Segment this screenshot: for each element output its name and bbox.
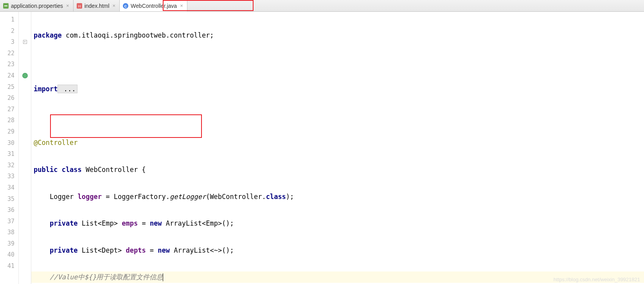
properties-icon: [3, 3, 9, 9]
code-line: [31, 110, 644, 122]
line-number: 22: [0, 48, 18, 59]
line-number: 28: [0, 115, 18, 126]
import-fold[interactable]: ...: [58, 85, 77, 93]
line-number: 2: [0, 25, 18, 37]
line-number: 39: [0, 238, 18, 250]
svg-text:H: H: [78, 4, 81, 8]
close-icon[interactable]: ×: [179, 3, 184, 9]
gutter-icons: +: [19, 12, 31, 284]
line-number: 34: [0, 182, 18, 194]
line-number: 26: [0, 92, 18, 104]
editor-tabs: application.properties × H index.html × …: [0, 0, 644, 12]
line-number: 27: [0, 104, 18, 115]
code-editor[interactable]: 1 2 3 22 23 24 25 26 27 28 29 30 31 32 3…: [0, 12, 644, 284]
code-line-current: //Value中${}用于读取配置文件信息: [31, 271, 644, 283]
code-line: public class WebController {: [31, 164, 644, 175]
html-icon: H: [77, 3, 82, 9]
line-number: 24: [0, 70, 18, 81]
tab-webcontroller-java[interactable]: C WebController.java ×: [120, 0, 187, 11]
code-line: package com.itlaoqi.springbootweb.contro…: [31, 30, 644, 41]
watermark: https://blog.csdn.net/weixin_39921821: [554, 277, 640, 282]
code-line: @Controller: [31, 137, 644, 148]
line-number: 32: [0, 160, 18, 171]
code-line: [31, 57, 644, 68]
line-number: 37: [0, 216, 18, 227]
line-number: 38: [0, 227, 18, 238]
fold-expand-icon[interactable]: +: [23, 40, 27, 44]
tab-application-properties[interactable]: application.properties ×: [0, 0, 74, 11]
line-number: 1: [0, 14, 18, 25]
line-number: 31: [0, 148, 18, 160]
svg-text:C: C: [124, 4, 127, 8]
line-number-gutter: 1 2 3 22 23 24 25 26 27 28 29 30 31 32 3…: [0, 12, 19, 284]
line-number: 33: [0, 171, 18, 182]
code-line: Logger logger = LoggerFactory.getLogger(…: [31, 191, 644, 203]
tab-index-html[interactable]: H index.html ×: [74, 0, 120, 11]
line-number: 35: [0, 194, 18, 205]
line-number: 41: [0, 260, 18, 272]
line-number: 30: [0, 137, 18, 149]
tab-label: application.properties: [11, 3, 63, 9]
line-number: 40: [0, 249, 18, 260]
controller-gutter-icon[interactable]: [22, 73, 28, 78]
close-icon[interactable]: ×: [112, 3, 117, 9]
line-number: 36: [0, 204, 18, 216]
code-line: import ...: [31, 83, 644, 95]
line-number: 25: [0, 81, 18, 93]
java-class-icon: C: [123, 3, 128, 9]
svg-rect-1: [4, 5, 7, 6]
tab-label: WebController.java: [131, 3, 177, 9]
code-line: private List<Emp> emps = new ArrayList<E…: [31, 218, 644, 229]
line-number: 3: [0, 36, 18, 48]
code-line: private List<Dept> depts = new ArrayList…: [31, 245, 644, 256]
line-number: 29: [0, 126, 18, 137]
close-icon[interactable]: ×: [65, 3, 70, 9]
tab-label: index.html: [85, 3, 110, 9]
text-cursor: [163, 273, 163, 281]
line-number: 23: [0, 59, 18, 70]
code-area[interactable]: package com.itlaoqi.springbootweb.contro…: [31, 12, 644, 284]
